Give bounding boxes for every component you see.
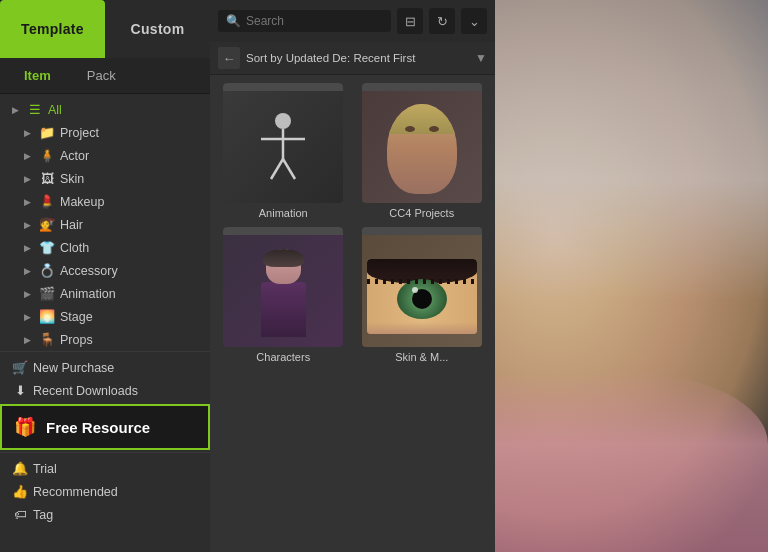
props-icon: 🪑 bbox=[39, 332, 55, 347]
expand-arrow-makeup: ▶ bbox=[24, 197, 34, 207]
back-icon: ← bbox=[223, 51, 236, 66]
tree-skin-label: Skin bbox=[60, 172, 84, 186]
skin-label: Skin & M... bbox=[395, 351, 448, 363]
tree-item-props[interactable]: ▶ 🪑 Props bbox=[0, 328, 210, 351]
characters-thumbnail bbox=[223, 227, 343, 347]
svg-line-3 bbox=[271, 159, 283, 179]
svg-line-4 bbox=[283, 159, 295, 179]
tree-item-stage[interactable]: ▶ 🌅 Stage bbox=[0, 305, 210, 328]
grid-item-animation[interactable]: Animation bbox=[218, 83, 349, 219]
tree-stage-label: Stage bbox=[60, 310, 93, 324]
tree-item-skin[interactable]: ▶ 🖼 Skin bbox=[0, 167, 210, 190]
tree-nav: ▶ ☰ All ▶ 📁 Project ▶ 🧍 Actor ▶ 🖼 Skin ▶… bbox=[0, 94, 210, 552]
project-icon: 📁 bbox=[39, 125, 55, 140]
sort-label: Sort by Updated De: Recent First bbox=[246, 52, 469, 64]
search-input-wrap[interactable]: 🔍 bbox=[218, 10, 391, 32]
tree-item-actor[interactable]: ▶ 🧍 Actor bbox=[0, 144, 210, 167]
grid-item-skin[interactable]: Skin & M... bbox=[357, 227, 488, 363]
left-panel: Template Custom Item Pack ▶ ☰ All ▶ 📁 Pr… bbox=[0, 0, 210, 552]
tree-item-cloth[interactable]: ▶ 👕 Cloth bbox=[0, 236, 210, 259]
tag-icon: 🏷 bbox=[12, 507, 28, 522]
tree-item-project[interactable]: ▶ 📁 Project bbox=[0, 121, 210, 144]
tree-animation-label: Animation bbox=[60, 287, 116, 301]
tree-special-section: 🛒 New Purchase ⬇ Recent Downloads bbox=[0, 351, 210, 402]
tree-item-all[interactable]: ▶ ☰ All bbox=[0, 98, 210, 121]
trial-icon: 🔔 bbox=[12, 461, 28, 476]
tree-tag-label: Tag bbox=[33, 508, 53, 522]
tree-props-label: Props bbox=[60, 333, 93, 347]
tree-trial-label: Trial bbox=[33, 462, 57, 476]
tab-custom-label: Custom bbox=[131, 21, 185, 37]
tree-item-hair[interactable]: ▶ 💇 Hair bbox=[0, 213, 210, 236]
tree-makeup-label: Makeup bbox=[60, 195, 104, 209]
back-button[interactable]: ← bbox=[218, 47, 240, 69]
filter-icon: ⊟ bbox=[405, 14, 416, 29]
tree-hair-label: Hair bbox=[60, 218, 83, 232]
cc4-label: CC4 Projects bbox=[389, 207, 454, 219]
expand-arrow-hair: ▶ bbox=[24, 220, 34, 230]
grid-item-cc4[interactable]: CC4 Projects bbox=[357, 83, 488, 219]
tree-all-label: All bbox=[48, 103, 62, 117]
tree-item-recommended[interactable]: 👍 Recommended bbox=[0, 480, 210, 503]
tree-recommended-label: Recommended bbox=[33, 485, 118, 499]
sort-dropdown-icon: ▼ bbox=[475, 51, 487, 65]
item-tab[interactable]: Item bbox=[8, 64, 67, 87]
tab-template[interactable]: Template bbox=[0, 0, 105, 58]
tree-item-tag[interactable]: 🏷 Tag bbox=[0, 503, 210, 526]
makeup-icon: 💄 bbox=[39, 194, 55, 209]
tree-recent-downloads-label: Recent Downloads bbox=[33, 384, 138, 398]
pack-tab[interactable]: Pack bbox=[71, 64, 132, 87]
tree-accessory-label: Accessory bbox=[60, 264, 118, 278]
animation-icon: 🎬 bbox=[39, 286, 55, 301]
tree-item-trial[interactable]: 🔔 Trial bbox=[0, 457, 210, 480]
refresh-button[interactable]: ↻ bbox=[429, 8, 455, 34]
expand-arrow-accessory: ▶ bbox=[24, 266, 34, 276]
accessory-icon: 💍 bbox=[39, 263, 55, 278]
expand-arrow-props: ▶ bbox=[24, 335, 34, 345]
sort-bar: ← Sort by Updated De: Recent First ▼ bbox=[210, 42, 495, 75]
gift-icon: 🎁 bbox=[14, 416, 36, 438]
tree-item-recent-downloads[interactable]: ⬇ Recent Downloads bbox=[0, 379, 210, 402]
pack-tab-label: Pack bbox=[87, 68, 116, 83]
characters-label: Characters bbox=[256, 351, 310, 363]
search-bar: 🔍 ⊟ ↻ ⌄ bbox=[210, 0, 495, 42]
refresh-icon: ↻ bbox=[437, 14, 448, 29]
free-resource-item[interactable]: 🎁 Free Resource bbox=[0, 404, 210, 450]
grid-item-characters[interactable]: Characters bbox=[218, 227, 349, 363]
expand-arrow-project: ▶ bbox=[24, 128, 34, 138]
expand-arrow-stage: ▶ bbox=[24, 312, 34, 322]
more-icon: ⌄ bbox=[469, 14, 480, 29]
tab-custom[interactable]: Custom bbox=[105, 0, 210, 58]
all-icon: ☰ bbox=[27, 102, 43, 117]
hair-icon: 💇 bbox=[39, 217, 55, 232]
bottom-nav: 🔔 Trial 👍 Recommended 🏷 Tag bbox=[0, 452, 210, 534]
tree-project-label: Project bbox=[60, 126, 99, 140]
recent-downloads-icon: ⬇ bbox=[12, 383, 28, 398]
tree-item-accessory[interactable]: ▶ 💍 Accessory bbox=[0, 259, 210, 282]
grid-content: Animation CC4 Projects bbox=[210, 75, 495, 552]
tabs-row: Template Custom bbox=[0, 0, 210, 58]
tree-item-new-purchase[interactable]: 🛒 New Purchase bbox=[0, 356, 210, 379]
item-tab-label: Item bbox=[24, 68, 51, 83]
cloth-icon: 👕 bbox=[39, 240, 55, 255]
free-resource-label: Free Resource bbox=[46, 419, 150, 436]
expand-arrow-cloth: ▶ bbox=[24, 243, 34, 253]
actor-icon: 🧍 bbox=[39, 148, 55, 163]
svg-point-0 bbox=[275, 113, 291, 129]
expand-arrow-skin: ▶ bbox=[24, 174, 34, 184]
animation-thumbnail bbox=[223, 83, 343, 203]
recommended-icon: 👍 bbox=[12, 484, 28, 499]
expand-arrow-actor: ▶ bbox=[24, 151, 34, 161]
search-input[interactable] bbox=[246, 14, 383, 28]
filter-button[interactable]: ⊟ bbox=[397, 8, 423, 34]
tree-actor-label: Actor bbox=[60, 149, 89, 163]
more-button[interactable]: ⌄ bbox=[461, 8, 487, 34]
expand-arrow-animation: ▶ bbox=[24, 289, 34, 299]
cc4-thumbnail bbox=[362, 83, 482, 203]
tree-item-animation[interactable]: ▶ 🎬 Animation bbox=[0, 282, 210, 305]
expand-arrow: ▶ bbox=[12, 105, 22, 115]
skin-thumbnail bbox=[362, 227, 482, 347]
tree-item-makeup[interactable]: ▶ 💄 Makeup bbox=[0, 190, 210, 213]
skin-icon: 🖼 bbox=[39, 171, 55, 186]
new-purchase-icon: 🛒 bbox=[12, 360, 28, 375]
